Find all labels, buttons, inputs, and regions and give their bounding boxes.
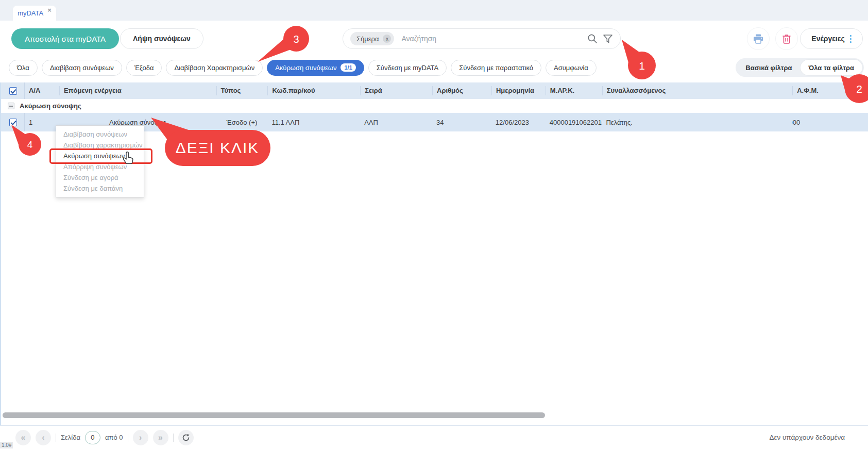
- divider: [173, 434, 174, 442]
- col-header-aa[interactable]: Α/Α: [25, 86, 59, 95]
- col-header-mark[interactable]: Μ.ΑΡ.Κ.: [546, 86, 602, 95]
- page-number-input[interactable]: 0: [85, 431, 100, 444]
- refresh-button[interactable]: [178, 430, 194, 445]
- divider: [128, 434, 128, 442]
- svg-text:4: 4: [27, 139, 33, 150]
- divider: [56, 434, 56, 442]
- status-bar: « ‹ Σελίδα 0 από 0 › » Δεν υπάρχουν δεδο…: [0, 425, 868, 449]
- filter-chip-today[interactable]: Σήμερα x: [350, 32, 394, 45]
- menu-item-transmit-classifications: Διαβίβαση χαρακτηρισμών: [56, 140, 144, 151]
- col-header-number[interactable]: Αριθμός: [432, 86, 491, 95]
- actions-button[interactable]: Ενέργειες: [800, 28, 863, 49]
- chip-remove-icon[interactable]: x: [383, 35, 391, 43]
- cell-date: 12/06/2023: [491, 119, 546, 126]
- tab-title: myDATA: [18, 9, 43, 17]
- toolbar: Αποστολή στα myDATA Λήψη συνόψεων Σήμερα…: [0, 21, 868, 57]
- filter-pill-link-document[interactable]: Σύνδεση με παραστατικό: [451, 60, 541, 76]
- last-page-button[interactable]: »: [153, 430, 168, 445]
- filter-pill-all[interactable]: Όλα: [9, 60, 38, 76]
- grid-left-border: [0, 82, 1, 425]
- filter-pill-link-mydata[interactable]: Σύνδεση με myDATA: [368, 60, 447, 76]
- filter-pill-mismatch[interactable]: Ασυμφωνία: [546, 60, 597, 76]
- filter-funnel-icon[interactable]: [603, 34, 613, 44]
- pagination: « ‹ Σελίδα 0 από 0 › »: [15, 430, 194, 445]
- page-of-label: από 0: [105, 434, 123, 441]
- cell-afm: 000000000: [792, 119, 800, 126]
- cell-aa: 1: [25, 119, 59, 126]
- search-icon[interactable]: [587, 34, 598, 44]
- trash-icon: [781, 34, 792, 44]
- cell-series: ΑΛΠ: [360, 119, 432, 126]
- tab-bar: myDATA ×: [0, 0, 868, 21]
- filter-pill-expenses[interactable]: Έξοδα: [126, 60, 162, 76]
- collapse-minus-icon[interactable]: [8, 103, 14, 109]
- menu-item-transmit-summaries: Διαβίβαση συνόψεων: [56, 129, 144, 140]
- cell-counterparty: Πελάτης.: [602, 119, 793, 126]
- col-header-date[interactable]: Ημερομηνία: [491, 86, 546, 95]
- col-header-afm[interactable]: Α.Φ.Μ.: [792, 86, 868, 95]
- corner-version-text: 1.0#: [0, 442, 13, 448]
- search-input[interactable]: [401, 35, 587, 43]
- menu-item-link-expense: Σύνδεση με δαπάνη: [56, 183, 144, 194]
- svg-text:ΔΕΞΙ ΚΛΙΚ: ΔΕΞΙ ΚΛΙΚ: [176, 139, 260, 156]
- send-to-mydata-button[interactable]: Αποστολή στα myDATA: [11, 28, 119, 49]
- col-header-next-action[interactable]: Επόμενη ενέργεια: [59, 86, 216, 95]
- cell-mark: 400001910622010: [546, 119, 602, 126]
- row-checkbox[interactable]: [9, 119, 17, 126]
- chip-label: Σήμερα: [356, 35, 379, 43]
- col-header-doc-code[interactable]: Κωδ.παρ/κού: [267, 86, 360, 95]
- basic-filters-option[interactable]: Βασικά φίλτρα: [737, 60, 800, 75]
- filters-view-toggle: Βασικά φίλτρα Όλα τα φίλτρα: [736, 58, 864, 77]
- kebab-menu-icon[interactable]: [850, 35, 852, 43]
- header-checkbox-cell: [6, 82, 25, 99]
- menu-item-link-purchase: Σύνδεση με αγορά: [56, 172, 144, 183]
- group-label: Ακύρωση σύνοψης: [20, 102, 81, 110]
- table-header-row: Α/Α Επόμενη ενέργεια Τύπος Κωδ.παρ/κού Σ…: [0, 82, 868, 99]
- tab-mydata[interactable]: myDATA ×: [13, 6, 56, 21]
- col-header-counterparty[interactable]: Συναλλασσόμενος: [602, 86, 793, 95]
- first-page-button[interactable]: «: [15, 430, 31, 445]
- all-filters-option[interactable]: Όλα τα φίλτρα: [801, 60, 862, 75]
- filter-bar: Όλα Διαβίβαση συνόψεων Έξοδα Διαβίβαση Χ…: [0, 57, 868, 78]
- prev-page-button[interactable]: ‹: [36, 430, 51, 445]
- next-page-button[interactable]: ›: [133, 430, 148, 445]
- col-header-type[interactable]: Τύπος: [216, 86, 268, 95]
- printer-icon: [753, 34, 764, 44]
- cell-number: 34: [432, 119, 491, 126]
- cell-doc-code: 11.1 ΑΛΠ: [267, 119, 360, 126]
- group-row[interactable]: Ακύρωση σύνοψης: [0, 99, 868, 113]
- delete-button[interactable]: [775, 27, 798, 50]
- cell-type: Έσοδο (+): [216, 119, 268, 126]
- hand-cursor-icon: [122, 152, 134, 166]
- print-button[interactable]: [747, 27, 770, 50]
- fetch-summaries-button[interactable]: Λήψη συνόψεων: [120, 28, 203, 49]
- search-box[interactable]: Σήμερα x: [343, 28, 621, 49]
- filter-pill-transmit-summaries[interactable]: Διαβίβαση συνόψεων: [42, 60, 122, 76]
- col-header-series[interactable]: Σειρά: [360, 86, 432, 95]
- page-label: Σελίδα: [61, 434, 80, 441]
- filter-pill-cancel-summaries[interactable]: Ακύρωση συνόψεων 1/1: [267, 60, 364, 76]
- no-data-message: Δεν υπάρχουν δεδομένα: [769, 434, 845, 441]
- horizontal-scrollbar-thumb[interactable]: [3, 412, 545, 418]
- refresh-icon: [182, 434, 190, 442]
- actions-label: Ενέργειες: [811, 35, 844, 43]
- data-grid: Α/Α Επόμενη ενέργεια Τύπος Κωδ.παρ/κού Σ…: [0, 82, 868, 131]
- close-icon[interactable]: ×: [47, 6, 52, 14]
- count-badge: 1/1: [341, 63, 355, 72]
- select-all-checkbox[interactable]: [9, 87, 17, 95]
- filter-pill-transmit-classifications[interactable]: Διαβίβαση Χαρακτηρισμών: [166, 60, 263, 76]
